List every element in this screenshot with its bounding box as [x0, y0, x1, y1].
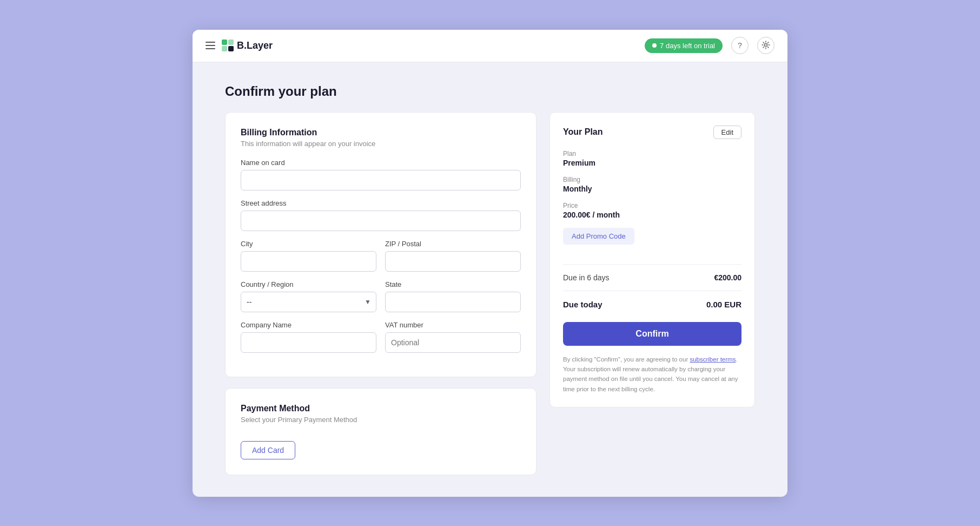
svg-rect-0 — [222, 40, 227, 45]
due-today-label: Due today — [563, 300, 602, 309]
due-in-row: Due in 6 days €200.00 — [563, 273, 741, 282]
panel-header: Your Plan Edit — [563, 126, 741, 139]
city-group: City — [241, 240, 376, 272]
terms-text: By clicking "Confirm", you are agreeing … — [563, 354, 741, 394]
price-value: 200.00€ / month — [563, 211, 741, 219]
svg-rect-3 — [228, 46, 234, 51]
svg-rect-2 — [222, 46, 227, 51]
topbar: B.Layer 7 days left on trial ? — [193, 30, 787, 62]
settings-button[interactable] — [757, 37, 774, 54]
city-zip-row: City ZIP / Postal — [241, 240, 521, 272]
price-detail: Price 200.00€ / month — [563, 202, 741, 219]
billing-cycle-label: Billing — [563, 176, 741, 183]
vat-label: VAT number — [385, 321, 521, 329]
topbar-right: 7 days left on trial ? — [645, 37, 774, 54]
billing-cycle-value: Monthly — [563, 185, 741, 193]
trial-dot — [652, 43, 657, 48]
app-name: B.Layer — [237, 40, 273, 51]
left-column: Billing Information This information wil… — [225, 112, 537, 475]
zip-group: ZIP / Postal — [385, 240, 521, 272]
content-grid: Billing Information This information wil… — [225, 112, 755, 475]
add-card-button[interactable]: Add Card — [241, 441, 295, 459]
help-button[interactable]: ? — [731, 37, 749, 54]
hamburger-icon[interactable] — [206, 42, 215, 49]
country-label: Country / Region — [241, 280, 376, 288]
main-content: Confirm your plan Billing Information Th… — [193, 62, 787, 497]
country-state-row: Country / Region -- United States United… — [241, 280, 521, 312]
due-today-amount: 0.00 EUR — [706, 300, 741, 309]
app-window: B.Layer 7 days left on trial ? — [193, 30, 787, 497]
billing-cycle-detail: Billing Monthly — [563, 176, 741, 193]
divider-2 — [563, 291, 741, 291]
topbar-left: B.Layer — [206, 40, 273, 51]
edit-plan-button[interactable]: Edit — [713, 126, 741, 139]
terms-link[interactable]: subscriber terms — [690, 356, 736, 363]
country-select[interactable]: -- United States United Kingdom Germany … — [241, 292, 376, 312]
due-today-row: Due today 0.00 EUR — [563, 300, 741, 309]
logo-container: B.Layer — [222, 40, 273, 51]
street-row: Street address — [241, 199, 521, 231]
edit-label: Edit — [721, 128, 733, 136]
trial-text: 7 days left on trial — [660, 42, 715, 50]
state-input[interactable] — [385, 292, 521, 312]
trial-badge: 7 days left on trial — [645, 38, 723, 53]
confirm-button[interactable]: Confirm — [563, 322, 741, 346]
street-input[interactable] — [241, 211, 521, 231]
divider-1 — [563, 264, 741, 265]
settings-icon — [762, 41, 770, 51]
billing-subtitle: This information will appear on your inv… — [241, 140, 521, 148]
promo-label: Add Promo Code — [572, 232, 626, 240]
payment-card: Payment Method Select your Primary Payme… — [225, 388, 537, 475]
zip-label: ZIP / Postal — [385, 240, 521, 248]
company-label: Company Name — [241, 321, 376, 329]
svg-point-4 — [765, 43, 767, 46]
company-vat-row: Company Name VAT number — [241, 321, 521, 353]
terms-prefix: By clicking "Confirm", you are agreeing … — [563, 356, 690, 363]
name-row: Name on card — [241, 159, 521, 190]
vat-input[interactable] — [385, 332, 521, 353]
plan-type-label: Plan — [563, 150, 741, 157]
state-label: State — [385, 280, 521, 288]
zip-input[interactable] — [385, 251, 521, 272]
add-card-label: Add Card — [252, 446, 284, 455]
name-label: Name on card — [241, 159, 521, 167]
billing-card: Billing Information This information wil… — [225, 112, 537, 377]
plan-type-value: Premium — [563, 159, 741, 167]
plan-type-detail: Plan Premium — [563, 150, 741, 167]
payment-subtitle: Select your Primary Payment Method — [241, 416, 521, 424]
due-in-label: Due in 6 days — [563, 273, 610, 282]
name-input[interactable] — [241, 170, 521, 190]
state-group: State — [385, 280, 521, 312]
vat-group: VAT number — [385, 321, 521, 353]
company-input[interactable] — [241, 332, 376, 353]
country-group: Country / Region -- United States United… — [241, 280, 376, 312]
page-title: Confirm your plan — [225, 84, 755, 99]
svg-rect-1 — [228, 40, 234, 45]
right-panel: Your Plan Edit Plan Premium Billing Mont… — [549, 112, 755, 408]
your-plan-title: Your Plan — [563, 127, 603, 137]
street-label: Street address — [241, 199, 521, 207]
logo-icon — [222, 40, 234, 51]
help-icon: ? — [738, 41, 742, 50]
payment-title: Payment Method — [241, 404, 521, 413]
price-label: Price — [563, 202, 741, 209]
city-label: City — [241, 240, 376, 248]
due-in-amount: €200.00 — [714, 273, 741, 282]
billing-title: Billing Information — [241, 128, 521, 137]
promo-code-button[interactable]: Add Promo Code — [563, 228, 634, 245]
city-input[interactable] — [241, 251, 376, 272]
confirm-label: Confirm — [635, 329, 668, 338]
company-group: Company Name — [241, 321, 376, 353]
country-select-wrapper: -- United States United Kingdom Germany … — [241, 292, 376, 312]
